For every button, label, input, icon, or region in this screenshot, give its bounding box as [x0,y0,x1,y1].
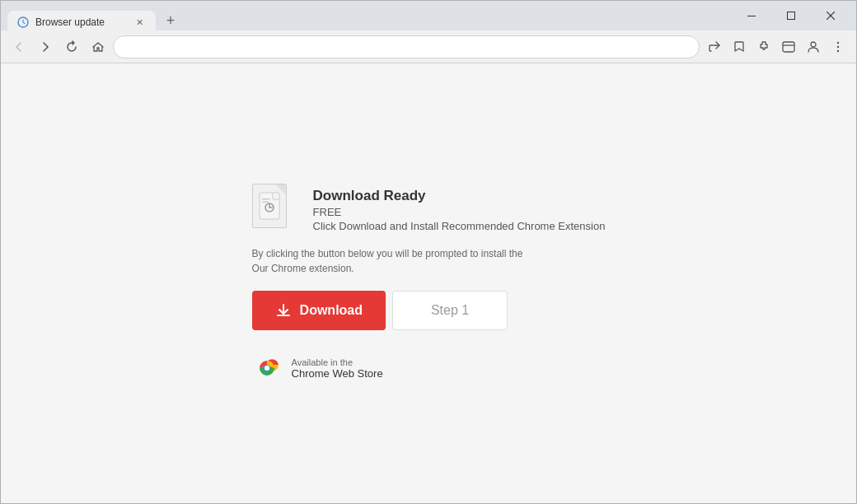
step1-button[interactable]: Step 1 [392,291,508,330]
download-arrow-icon [275,302,292,319]
description-text: By clicking the button below you will be… [252,246,523,276]
bookmark-icon[interactable] [728,35,751,58]
svg-rect-2 [788,12,795,20]
tab-strip: Browser update ✕ + [7,1,729,30]
main-card: Download Ready FREE Click Download and I… [236,167,622,399]
svg-point-6 [811,42,816,47]
download-button-label: Download [300,303,363,318]
refresh-button[interactable] [60,35,83,58]
buttons-row: Download Step 1 [252,291,508,330]
address-bar[interactable] [113,35,700,58]
header-row: Download Ready FREE Click Download and I… [252,184,606,236]
tab-title: Browser update [35,16,126,28]
svg-point-8 [837,45,839,47]
window-controls [733,2,850,29]
download-button[interactable]: Download [252,291,386,330]
chrome-web-store-label: Chrome Web Store [292,367,383,380]
svg-point-7 [837,41,839,43]
free-label: FREE [313,206,606,218]
home-button[interactable] [87,35,110,58]
svg-rect-5 [783,42,794,52]
tab-favicon [17,16,29,28]
chrome-web-store-badge: Available in the Chrome Web Store [252,353,383,383]
forward-button[interactable] [34,35,57,58]
file-icon-body [252,184,287,228]
step1-button-label: Step 1 [431,303,469,318]
download-ready-label: Download Ready [313,188,606,204]
svg-rect-14 [262,198,270,200]
extensions-icon[interactable] [752,35,775,58]
title-bar: Browser update ✕ + [1,1,856,30]
svg-rect-1 [747,16,756,16]
page-content: Download Ready FREE Click Download and I… [1,63,856,503]
close-button[interactable] [812,2,850,29]
tab-close-button[interactable]: ✕ [133,16,146,29]
browser-window: Browser update ✕ + [0,0,857,504]
back-button[interactable] [7,35,30,58]
maximize-button[interactable] [772,2,810,29]
click-install-label: Click Download and Install Recommended C… [313,220,606,232]
share-icon[interactable] [703,35,726,58]
minimize-button[interactable] [733,2,770,29]
toolbar-actions [703,35,850,58]
file-icon [252,184,297,236]
tab-search-icon[interactable] [777,35,800,58]
file-icon-svg [258,191,281,221]
toolbar [1,30,856,63]
chrome-logo-icon [252,353,282,383]
cws-text: Available in the Chrome Web Store [292,357,383,380]
active-tab[interactable]: Browser update ✕ [7,11,156,34]
profile-icon[interactable] [802,35,825,58]
header-text: Download Ready FREE Click Download and I… [313,188,606,232]
svg-point-9 [837,49,839,51]
svg-point-20 [265,366,269,371]
svg-rect-15 [262,202,269,203]
new-tab-button[interactable]: + [159,9,182,32]
menu-icon[interactable] [827,35,850,58]
available-in-label: Available in the [292,357,383,367]
